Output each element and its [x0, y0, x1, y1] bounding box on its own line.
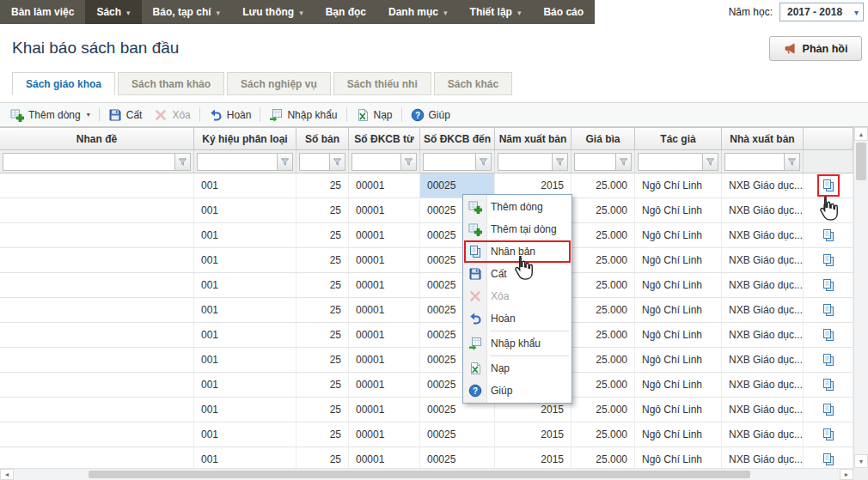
filter-input-nhan-de[interactable] [3, 153, 174, 171]
cell-so-ban[interactable]: 25 [296, 198, 349, 222]
duplicate-row-button[interactable] [817, 324, 840, 346]
toolbar-nap-button[interactable]: Nạp [350, 105, 399, 125]
horizontal-scrollbar[interactable]: ◄ ► [0, 468, 853, 480]
filter-button-so-dkcb-den[interactable] [475, 153, 492, 171]
cell-so-dkcb-tu[interactable]: 00001 [349, 398, 420, 422]
scroll-left-button[interactable]: ◄ [0, 469, 14, 480]
duplicate-row-button[interactable] [817, 374, 840, 396]
cell-nhan-de[interactable] [0, 447, 194, 468]
scroll-up-button[interactable]: ▲ [854, 127, 868, 141]
column-header-so-ban[interactable]: Số bản [296, 128, 349, 149]
cell-ky-hieu-phan-loai[interactable]: 001 [194, 373, 296, 397]
cell-tac-gia[interactable]: Ngô Chí Linh [635, 348, 722, 372]
cell-so-ban[interactable]: 25 [296, 348, 349, 372]
cell-ky-hieu-phan-loai[interactable]: 001 [194, 273, 296, 297]
cell-nha-xuat-ban[interactable]: NXB Giáo dục... [722, 173, 804, 197]
menu-item-hoan[interactable]: Hoàn [464, 307, 571, 330]
cell-tac-gia[interactable]: Ngô Chí Linh [635, 373, 722, 397]
cell-tac-gia[interactable]: Ngô Chí Linh [635, 248, 722, 272]
duplicate-row-button[interactable] [817, 199, 840, 222]
cell-so-ban[interactable]: 25 [296, 398, 349, 422]
toolbar-nhap-khau-button[interactable]: Nhập khẩu [263, 105, 343, 125]
tab-sach-khac[interactable]: Sách khác [434, 72, 512, 95]
cell-nhan-de[interactable] [0, 223, 194, 247]
cell-nhan-de[interactable] [0, 173, 194, 197]
cell-gia-bia[interactable]: 25.000 [572, 173, 635, 197]
cell-nha-xuat-ban[interactable]: NXB Giáo dục... [722, 323, 804, 347]
nav-item-luu-thong[interactable]: Lưu thông▾ [231, 0, 315, 24]
cell-gia-bia[interactable]: 25.000 [572, 198, 635, 222]
cell-ky-hieu-phan-loai[interactable]: 001 [194, 398, 296, 422]
filter-input-nha-xuat-ban[interactable] [724, 153, 784, 171]
cell-so-ban[interactable]: 25 [296, 273, 349, 297]
cell-so-dkcb-tu[interactable]: 00001 [349, 298, 420, 322]
cell-so-dkcb-tu[interactable]: 00001 [349, 173, 420, 197]
filter-input-ky-hieu-phan-loai[interactable] [197, 153, 277, 171]
cell-gia-bia[interactable]: 25.000 [572, 398, 635, 422]
cell-nhan-de[interactable] [0, 248, 194, 272]
cell-nhan-de[interactable] [0, 373, 194, 397]
column-header-nha-xuat-ban[interactable]: Nhà xuất bản [722, 128, 804, 149]
cell-gia-bia[interactable]: 25.000 [572, 373, 635, 397]
column-header-gia-bia[interactable]: Giá bìa [572, 128, 635, 149]
cell-ky-hieu-phan-loai[interactable]: 001 [194, 173, 296, 197]
filter-button-so-dkcb-tu[interactable] [400, 153, 417, 171]
cell-nhan-de[interactable] [0, 198, 194, 222]
cell-nha-xuat-ban[interactable]: NXB Giáo dục... [722, 373, 804, 397]
cell-tac-gia[interactable]: Ngô Chí Linh [635, 173, 722, 197]
cell-tac-gia[interactable]: Ngô Chí Linh [635, 447, 722, 468]
toolbar-cat-button[interactable]: Cất [102, 105, 149, 125]
cell-so-dkcb-tu[interactable]: 00001 [349, 198, 420, 222]
duplicate-row-button[interactable] [817, 398, 840, 421]
cell-ky-hieu-phan-loai[interactable]: 001 [194, 223, 296, 247]
menu-item-giup[interactable]: ?Giúp [464, 380, 571, 402]
menu-item-nhan-ban[interactable]: Nhân bản [464, 240, 571, 263]
duplicate-row-button[interactable] [817, 423, 840, 446]
duplicate-row-button[interactable] [817, 274, 840, 296]
cell-so-dkcb-tu[interactable]: 00001 [349, 447, 420, 468]
cell-so-dkcb-den[interactable]: 00025 [420, 422, 495, 447]
toolbar-hoan-button[interactable]: Hoàn [203, 105, 258, 125]
cell-so-dkcb-tu[interactable]: 00001 [349, 422, 420, 447]
cell-nha-xuat-ban[interactable]: NXB Giáo dục... [722, 348, 804, 372]
nav-item-thiet-lap[interactable]: Thiết lập▾ [459, 0, 533, 24]
cell-tac-gia[interactable]: Ngô Chí Linh [635, 398, 722, 422]
filter-input-gia-bia[interactable] [574, 153, 615, 171]
cell-tac-gia[interactable]: Ngô Chí Linh [635, 198, 722, 222]
cell-gia-bia[interactable]: 25.000 [572, 422, 635, 447]
cell-so-ban[interactable]: 25 [296, 248, 349, 272]
cell-ky-hieu-phan-loai[interactable]: 001 [194, 198, 296, 222]
cell-nha-xuat-ban[interactable]: NXB Giáo dục... [722, 422, 804, 447]
filter-input-so-ban[interactable] [299, 153, 329, 171]
column-header-nam-xuat-ban[interactable]: Năm xuất bản [495, 128, 572, 149]
cell-nhan-de[interactable] [0, 422, 194, 447]
cell-so-dkcb-den[interactable]: 00025 [420, 447, 495, 468]
toolbar-giup-button[interactable]: ?Giúp [405, 105, 456, 125]
cell-nha-xuat-ban[interactable]: NXB Giáo dục... [722, 398, 804, 422]
cell-tac-gia[interactable]: Ngô Chí Linh [635, 273, 722, 297]
cell-so-dkcb-tu[interactable]: 00001 [349, 248, 420, 272]
cell-so-ban[interactable]: 25 [296, 323, 349, 347]
filter-input-tac-gia[interactable] [638, 153, 702, 171]
cell-tac-gia[interactable]: Ngô Chí Linh [635, 422, 722, 447]
cell-so-ban[interactable]: 25 [296, 373, 349, 397]
cell-gia-bia[interactable]: 25.000 [572, 273, 635, 297]
tab-sach-nghiep-vu[interactable]: Sách nghiệp vụ [227, 72, 331, 95]
duplicate-row-button[interactable] [817, 448, 840, 468]
cell-so-dkcb-tu[interactable]: 00001 [349, 373, 420, 397]
cell-gia-bia[interactable]: 25.000 [572, 223, 635, 247]
menu-item-them-dong[interactable]: Thêm dòng [464, 196, 571, 218]
scroll-right-button[interactable]: ► [840, 469, 853, 480]
column-header-so-dkcb-den[interactable]: Số ĐKCB đến [420, 128, 495, 149]
column-header-nhan-de[interactable]: Nhan đề [0, 128, 194, 149]
cell-nha-xuat-ban[interactable]: NXB Giáo dục... [722, 223, 804, 247]
column-header-ky-hieu-phan-loai[interactable]: Ký hiệu phân loại [194, 128, 296, 149]
cell-nha-xuat-ban[interactable]: NXB Giáo dục... [722, 298, 804, 322]
cell-ky-hieu-phan-loai[interactable]: 001 [194, 348, 296, 372]
filter-button-nha-xuat-ban[interactable] [784, 153, 800, 171]
menu-item-nap[interactable]: Nạp [464, 357, 571, 380]
cell-ky-hieu-phan-loai[interactable]: 001 [194, 248, 296, 272]
nav-item-bao-cao[interactable]: Báo cáo [532, 0, 595, 24]
cell-gia-bia[interactable]: 25.000 [572, 323, 635, 347]
school-year-dropdown[interactable]: 2017 - 2018 ▾ [779, 3, 864, 21]
